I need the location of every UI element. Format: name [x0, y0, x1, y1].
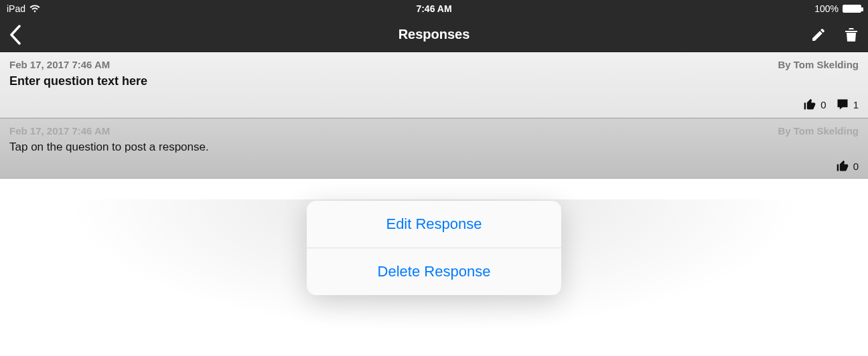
status-time: 7:46 AM [416, 3, 451, 14]
question-row[interactable]: Feb 17, 2017 7:46 AM By Tom Skelding Ent… [0, 52, 868, 118]
question-byline: By Tom Skelding [778, 59, 859, 70]
device-label: iPad [7, 3, 25, 14]
response-likes-count: 0 [853, 161, 859, 172]
battery-icon [843, 5, 861, 13]
trash-icon[interactable] [844, 27, 859, 43]
response-byline: By Tom Skelding [778, 125, 859, 137]
likes-count: 0 [820, 99, 826, 110]
comments-count: 1 [853, 99, 859, 110]
response-likes-stat[interactable]: 0 [836, 159, 859, 173]
wifi-icon [29, 5, 40, 13]
back-icon[interactable] [9, 25, 21, 45]
question-title: Enter question text here [9, 74, 859, 88]
action-popover: Edit Response Delete Response [307, 201, 561, 295]
edit-icon[interactable] [810, 27, 826, 43]
page-title: Responses [399, 27, 470, 42]
status-bar: iPad 7:46 AM 100% [0, 0, 868, 17]
nav-bar: Responses [0, 17, 868, 52]
response-row[interactable]: Feb 17, 2017 7:46 AM By Tom Skelding Tap… [0, 118, 868, 179]
response-body: Tap on the question to post a response. [9, 141, 859, 154]
battery-pct: 100% [814, 3, 839, 14]
edit-response-button[interactable]: Edit Response [307, 201, 561, 248]
question-timestamp: Feb 17, 2017 7:46 AM [9, 59, 110, 70]
comments-stat[interactable]: 1 [836, 98, 859, 111]
likes-stat[interactable]: 0 [803, 98, 826, 111]
thumbs-up-icon [803, 98, 816, 111]
response-timestamp: Feb 17, 2017 7:46 AM [9, 125, 110, 137]
comment-icon [836, 98, 849, 111]
delete-response-button[interactable]: Delete Response [307, 248, 561, 295]
thumbs-up-icon [836, 159, 849, 173]
